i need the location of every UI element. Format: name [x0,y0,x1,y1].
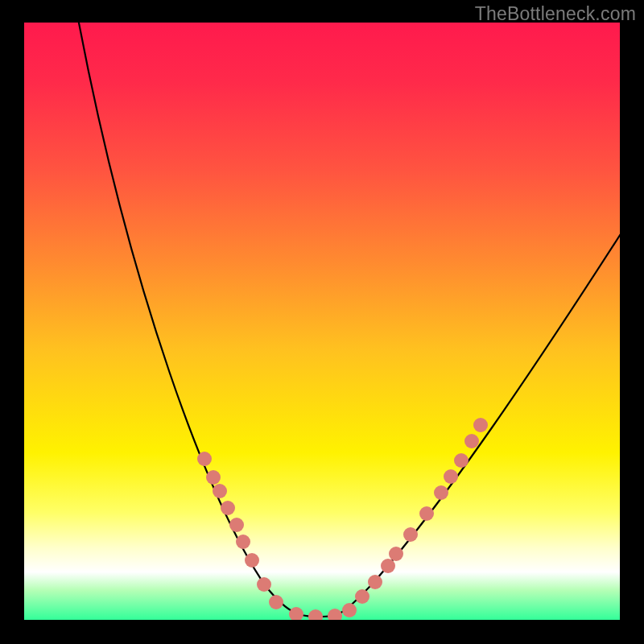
data-point [213,484,227,498]
data-point [434,485,448,500]
data-point [221,501,235,515]
data-point [419,506,434,521]
data-point [229,518,244,532]
data-point [444,469,458,484]
data-point [236,535,250,549]
chart-plot-area [24,23,620,620]
dots-layer [24,23,620,620]
data-point [257,577,271,592]
data-point [245,553,259,568]
data-point [389,547,403,561]
data-point [473,418,488,432]
data-point [289,607,303,620]
dots-left-group [197,452,342,620]
data-point [342,603,357,617]
data-point [197,452,212,466]
data-point [328,609,342,620]
data-point [206,470,221,485]
data-point [368,575,382,589]
dots-right-group [342,418,488,617]
data-point [355,589,369,604]
data-point [381,559,395,573]
watermark-text: TheBottleneck.com [475,3,636,25]
data-point [454,453,469,468]
data-point [269,595,283,609]
data-point [308,609,323,620]
data-point [403,527,418,542]
data-point [464,434,479,448]
